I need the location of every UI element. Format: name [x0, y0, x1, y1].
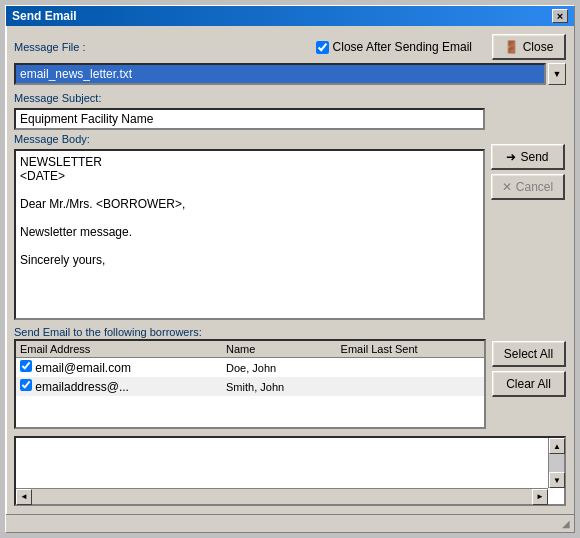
- left-panel: Message Subject: Message Body:: [14, 92, 485, 320]
- message-body-textarea[interactable]: [14, 149, 485, 320]
- send-button[interactable]: ➜ Send: [491, 144, 565, 170]
- table-row: emailaddress@...Smith, John: [16, 377, 484, 396]
- resize-grip: ◢: [562, 518, 570, 529]
- scroll-track-v: [549, 454, 564, 472]
- status-bar: ◢: [6, 514, 574, 532]
- cancel-icon: ✕: [502, 180, 512, 194]
- right-panel: ➜ Send ✕ Cancel: [491, 92, 566, 320]
- body-label: Message Body:: [14, 133, 485, 145]
- close-after-checkbox-label: Close After Sending Email: [316, 40, 472, 54]
- file-input-row: ▼: [14, 63, 566, 85]
- col-header-email: Email Address: [16, 341, 222, 358]
- horizontal-scrollbar[interactable]: [16, 488, 548, 504]
- borrower-last-sent-0: [337, 358, 484, 378]
- close-icon: 🚪: [504, 40, 519, 54]
- dialog-content: Message File : Close After Sending Email…: [6, 26, 574, 514]
- scroll-right-button[interactable]: [532, 489, 548, 505]
- clear-all-button[interactable]: Clear All: [492, 371, 566, 397]
- message-file-label: Message File :: [14, 41, 86, 53]
- borrowers-table-wrapper: Email Address Name Email Last Sent email…: [14, 339, 486, 429]
- file-dropdown-button[interactable]: ▼: [548, 63, 566, 85]
- send-email-dialog: Send Email × Message File : Close After …: [5, 5, 575, 533]
- borrower-name-1: Smith, John: [222, 377, 337, 396]
- scroll-up-button[interactable]: [549, 438, 565, 454]
- send-icon: ➜: [506, 150, 516, 164]
- scroll-down-button[interactable]: [549, 472, 565, 488]
- vertical-scrollbar[interactable]: [548, 438, 564, 488]
- borrowers-section: Send Email to the following borrowers: E…: [14, 325, 566, 429]
- subject-label: Message Subject:: [14, 92, 485, 104]
- close-after-checkbox[interactable]: [316, 41, 329, 54]
- close-after-label: Close After Sending Email: [333, 40, 472, 54]
- borrowers-table: Email Address Name Email Last Sent email…: [16, 341, 484, 396]
- main-area: Message Subject: Message Body: ➜ Send ✕ …: [14, 92, 566, 320]
- dialog-title: Send Email: [12, 9, 77, 23]
- borrower-checkbox-1[interactable]: [20, 379, 32, 391]
- borrowers-label: Send Email to the following borrowers:: [14, 326, 202, 338]
- title-bar-close-button[interactable]: ×: [552, 9, 568, 23]
- scroll-left-button[interactable]: [16, 489, 32, 505]
- table-row: email@email.comDoe, John: [16, 358, 484, 378]
- col-header-last-sent: Email Last Sent: [337, 341, 484, 358]
- borrower-checkbox-0[interactable]: [20, 360, 32, 372]
- cancel-button[interactable]: ✕ Cancel: [491, 174, 565, 200]
- borrower-name-0: Doe, John: [222, 358, 337, 378]
- subject-input[interactable]: [14, 108, 485, 130]
- borrower-email-1: emailaddress@...: [32, 380, 129, 394]
- bottom-text-area: [14, 436, 566, 506]
- col-header-name: Name: [222, 341, 337, 358]
- borrower-email-0: email@email.com: [32, 361, 131, 375]
- close-button[interactable]: 🚪 Close: [492, 34, 566, 60]
- borrower-last-sent-1: [337, 377, 484, 396]
- title-bar: Send Email ×: [6, 6, 574, 26]
- message-file-input[interactable]: [14, 63, 546, 85]
- select-all-button[interactable]: Select All: [492, 341, 566, 367]
